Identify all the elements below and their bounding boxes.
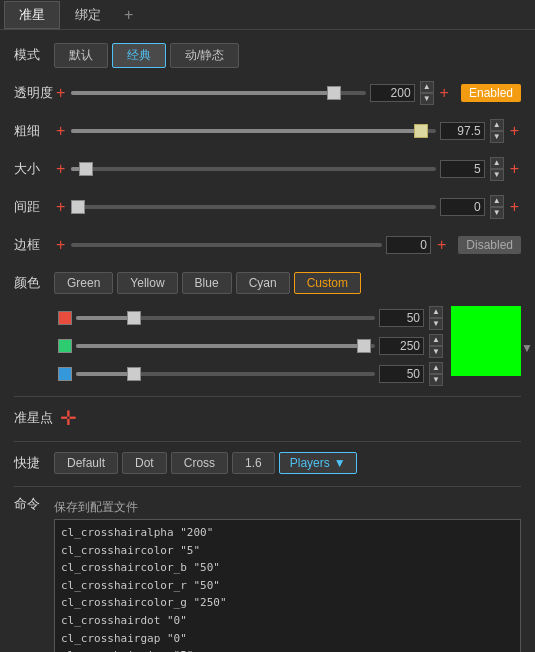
thickness-plus[interactable]: + xyxy=(54,122,67,140)
size-spin-down[interactable]: ▼ xyxy=(490,169,504,181)
thickness-label: 粗细 xyxy=(14,122,54,140)
divider-2 xyxy=(14,441,521,442)
size-plus[interactable]: + xyxy=(54,160,67,178)
size-input[interactable]: 5 xyxy=(440,160,485,178)
mode-btn-classic[interactable]: 经典 xyxy=(112,43,166,68)
thickness-slider[interactable] xyxy=(71,129,435,133)
transparency-label: 透明度 xyxy=(14,84,54,102)
transparency-spin: ▲ ▼ xyxy=(420,81,434,105)
size-controls: + 5 ▲ ▼ + xyxy=(54,157,521,181)
thickness-plus2[interactable]: + xyxy=(508,122,521,140)
tab-add[interactable]: + xyxy=(116,2,141,28)
gap-row: 间距 + 0 ▲ ▼ + xyxy=(14,192,521,222)
command-section: 保存到配置文件 cl_crosshairalpha "200" cl_cross… xyxy=(54,499,521,652)
players-label: Players xyxy=(290,456,330,470)
gap-input[interactable]: 0 xyxy=(440,198,485,216)
save-label: 保存到配置文件 xyxy=(54,499,521,516)
tab-bind[interactable]: 绑定 xyxy=(60,1,116,29)
command-label: 命令 xyxy=(14,493,54,513)
mode-group: 默认 经典 动/静态 xyxy=(54,43,239,68)
size-spin-up[interactable]: ▲ xyxy=(490,157,504,169)
transparency-plus2[interactable]: + xyxy=(438,84,451,102)
shortcut-cross[interactable]: Cross xyxy=(171,452,228,474)
r-slider[interactable] xyxy=(76,316,375,320)
command-row: 命令 保存到配置文件 cl_crosshairalpha "200" cl_cr… xyxy=(14,493,521,652)
r-spin-up[interactable]: ▲ xyxy=(429,306,443,318)
color-btn-yellow[interactable]: Yellow xyxy=(117,272,177,294)
transparency-spin-down[interactable]: ▼ xyxy=(420,93,434,105)
color-label: 颜色 xyxy=(14,274,54,292)
color-btn-group: Green Yellow Blue Cyan Custom xyxy=(54,272,361,294)
transparency-plus[interactable]: + xyxy=(54,84,67,102)
transparency-row: 透明度 + 200 ▲ ▼ + Enabled xyxy=(14,78,521,108)
size-slider[interactable] xyxy=(71,167,435,171)
shortcut-group: Default Dot Cross 1.6 Players ▼ xyxy=(54,452,357,474)
g-spin-down[interactable]: ▼ xyxy=(429,346,443,358)
r-swatch[interactable] xyxy=(58,311,72,325)
gap-slider[interactable] xyxy=(71,205,435,209)
thickness-spin-down[interactable]: ▼ xyxy=(490,131,504,143)
size-spin: ▲ ▼ xyxy=(490,157,504,181)
shortcut-default[interactable]: Default xyxy=(54,452,118,474)
color-btn-custom[interactable]: Custom xyxy=(294,272,361,294)
gap-spin-up[interactable]: ▲ xyxy=(490,195,504,207)
command-box[interactable]: cl_crosshairalpha "200" cl_crosshaircolo… xyxy=(54,519,521,652)
r-spin: ▲ ▼ xyxy=(429,306,443,330)
transparency-controls: + 200 ▲ ▼ + Enabled xyxy=(54,81,521,105)
thickness-controls: + 97.5 ▲ ▼ + xyxy=(54,119,521,143)
transparency-slider[interactable] xyxy=(71,91,365,95)
rgb-sliders: 50 ▲ ▼ 250 ▲ ▼ xyxy=(14,306,443,390)
border-label: 边框 xyxy=(14,236,54,254)
rgb-and-preview: 50 ▲ ▼ 250 ▲ ▼ xyxy=(14,306,521,390)
main-panel: 模式 默认 经典 动/静态 透明度 + 200 ▲ ▼ + Enabled 粗细 xyxy=(0,30,535,652)
thickness-input[interactable]: 97.5 xyxy=(440,122,485,140)
b-input[interactable]: 50 xyxy=(379,365,424,383)
g-slider[interactable] xyxy=(76,344,375,348)
b-spin-down[interactable]: ▼ xyxy=(429,374,443,386)
crosshair-point-icon[interactable]: ✛ xyxy=(54,404,82,432)
shortcut-1-6[interactable]: 1.6 xyxy=(232,452,275,474)
r-input[interactable]: 50 xyxy=(379,309,424,327)
gap-plus2[interactable]: + xyxy=(508,198,521,216)
b-slider[interactable] xyxy=(76,372,375,376)
border-plus2[interactable]: + xyxy=(435,236,448,254)
g-swatch[interactable] xyxy=(58,339,72,353)
color-btn-green[interactable]: Green xyxy=(54,272,113,294)
thickness-spin-up[interactable]: ▲ xyxy=(490,119,504,131)
mode-label: 模式 xyxy=(14,46,54,64)
border-slider[interactable] xyxy=(71,243,382,247)
color-dropdown-arrow[interactable]: ▼ xyxy=(521,341,533,355)
b-swatch[interactable] xyxy=(58,367,72,381)
g-spin-up[interactable]: ▲ xyxy=(429,334,443,346)
rgb-r-row: 50 ▲ ▼ xyxy=(58,306,443,330)
border-input[interactable]: 0 xyxy=(386,236,431,254)
color-preview[interactable] xyxy=(451,306,521,376)
gap-plus[interactable]: + xyxy=(54,198,67,216)
shortcut-players[interactable]: Players ▼ xyxy=(279,452,357,474)
shortcut-label: 快捷 xyxy=(14,454,54,472)
border-controls: + 0 + Disabled xyxy=(54,236,521,254)
mode-btn-default[interactable]: 默认 xyxy=(54,43,108,68)
color-btn-blue[interactable]: Blue xyxy=(182,272,232,294)
divider-1 xyxy=(14,396,521,397)
border-plus[interactable]: + xyxy=(54,236,67,254)
g-input[interactable]: 250 xyxy=(379,337,424,355)
r-spin-down[interactable]: ▼ xyxy=(429,318,443,330)
shortcut-dot[interactable]: Dot xyxy=(122,452,167,474)
mode-btn-dynamic[interactable]: 动/静态 xyxy=(170,43,239,68)
transparency-input[interactable]: 200 xyxy=(370,84,415,102)
b-spin: ▲ ▼ xyxy=(429,362,443,386)
b-spin-up[interactable]: ▲ xyxy=(429,362,443,374)
border-badge[interactable]: Disabled xyxy=(458,236,521,254)
gap-spin-down[interactable]: ▼ xyxy=(490,207,504,219)
size-plus2[interactable]: + xyxy=(508,160,521,178)
thickness-row: 粗细 + 97.5 ▲ ▼ + xyxy=(14,116,521,146)
divider-3 xyxy=(14,486,521,487)
color-btn-cyan[interactable]: Cyan xyxy=(236,272,290,294)
thickness-spin: ▲ ▼ xyxy=(490,119,504,143)
gap-label: 间距 xyxy=(14,198,54,216)
transparency-spin-up[interactable]: ▲ xyxy=(420,81,434,93)
transparency-badge[interactable]: Enabled xyxy=(461,84,521,102)
tab-crosshair[interactable]: 准星 xyxy=(4,1,60,29)
color-preview-wrapper: ▼ xyxy=(451,306,521,390)
